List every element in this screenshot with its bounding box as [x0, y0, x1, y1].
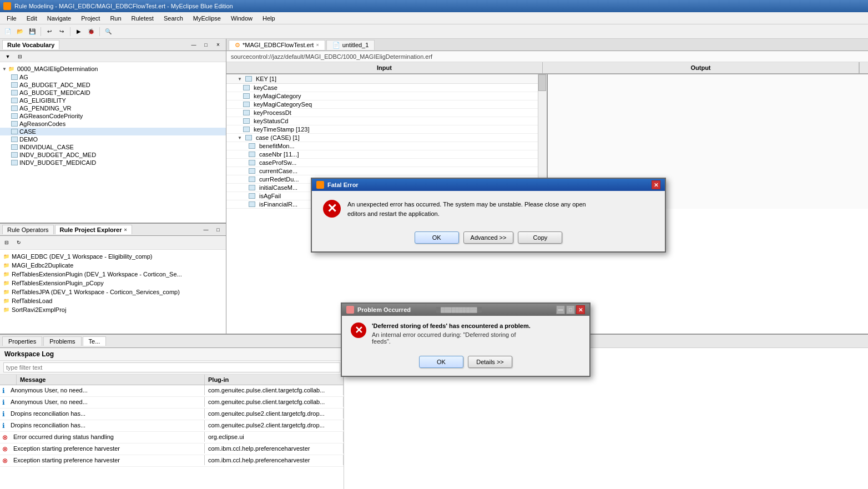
project-item-sort-ravi[interactable]: 📁 SortRavi2ExmplProj: [0, 305, 226, 314]
rule-currentcase[interactable]: currentCase...: [226, 167, 547, 175]
tree-item-ag-budget-med[interactable]: AG_BUDGET_MEDICAID: [0, 89, 226, 97]
toolbar-btn-run[interactable]: ▶: [73, 26, 84, 37]
tree-item-ag-elig[interactable]: AG_ELIGIBILITY: [0, 97, 226, 104]
folder-icon-magi: 📁: [2, 253, 10, 260]
log-row-2[interactable]: ℹ Dropins reconciliation has... com.genu…: [0, 409, 344, 420]
tree-item-individual-case[interactable]: INDIVIDUAL_CASE: [0, 143, 226, 151]
problem-details-button[interactable]: Details >>: [468, 356, 512, 368]
tab-properties[interactable]: Properties: [2, 336, 42, 346]
icon-currentcase: [249, 168, 255, 174]
menu-run[interactable]: Run: [105, 14, 125, 23]
log-row-1[interactable]: ℹ Anonymous User, no need... com.genuite…: [0, 397, 344, 409]
rule-keytimestamp[interactable]: keyTimeStamp [123]: [226, 125, 547, 134]
key-row: ▼ KEY [1]: [226, 74, 547, 84]
vocab-filter-btn[interactable]: ▼: [2, 51, 13, 62]
vocab-close[interactable]: ×: [213, 39, 224, 51]
toolbar-btn-search[interactable]: 🔍: [103, 26, 114, 37]
log-row-5[interactable]: ⊗ Exception starting preference harveste…: [0, 443, 344, 455]
fatal-error-dialog[interactable]: Fatal Error ✕ ✕ An unexpected error has …: [311, 178, 666, 253]
log-row-0[interactable]: ℹ Anonymous User, no need... com.genuite…: [0, 385, 344, 397]
problem-occurred-buttons: OK Details >>: [342, 351, 589, 376]
project-item-magi-edbc[interactable]: 📁 MAGI_EDBC (DEV_1 Workspace - Eligibili…: [0, 252, 226, 261]
tree-item-agreason-codes[interactable]: AgReasonCodes: [0, 120, 226, 128]
toolbar-btn-save[interactable]: 💾: [27, 26, 38, 37]
project-item-ref-jpa[interactable]: 📁 RefTablesJPA (DEV_1 Workspace - Cortic…: [0, 288, 226, 296]
menu-project[interactable]: Project: [77, 14, 104, 23]
menu-ruletest[interactable]: Ruletest: [127, 14, 158, 23]
project-item-ref-load[interactable]: 📁 RefTablesLoad: [0, 296, 226, 305]
item-icon-ag: [11, 74, 18, 80]
problem-close-button[interactable]: ✕: [576, 305, 585, 314]
menu-edit[interactable]: Edit: [22, 14, 42, 23]
rule-keymagicategoryseq[interactable]: keyMagiCategorySeq: [226, 100, 547, 109]
vocab-collapse-btn[interactable]: ⊟: [14, 51, 26, 62]
problem-minimize-button[interactable]: —: [556, 305, 565, 314]
left-panel: Rule Vocabulary — □ × ▼ ⊟ ▼ 📁 0000_MAGIE…: [0, 39, 226, 334]
tab-rule-project-explorer[interactable]: Rule Project Explorer ×: [55, 225, 132, 234]
rule-benefitmon[interactable]: benefitMon...: [226, 142, 547, 150]
toolbar-btn-new[interactable]: 📄: [2, 26, 13, 37]
filter-input[interactable]: [3, 362, 340, 372]
tree-item-demo[interactable]: DEMO: [0, 135, 226, 143]
project-toolbar-btn2[interactable]: ↻: [13, 237, 24, 248]
tree-item-ag-budget-adc[interactable]: AG_BUDGET_ADC_MED: [0, 81, 226, 89]
problem-ok-button[interactable]: OK: [419, 356, 463, 368]
fatal-error-close-button[interactable]: ✕: [652, 180, 660, 189]
tree-item-agreason-priority[interactable]: AGReasonCodePriority: [0, 112, 226, 120]
fatal-advanced-button[interactable]: Advanced >>: [463, 231, 514, 244]
rule-keystatuscd[interactable]: keyStatusCd: [226, 117, 547, 125]
menu-navigate[interactable]: Navigate: [43, 14, 75, 23]
menu-file[interactable]: File: [2, 14, 21, 23]
tree-item-indv-budget-adc[interactable]: INDV_BUDGET_ADC_MED: [0, 151, 226, 159]
problem-text: 'Deferred storing of feeds' has encounte…: [372, 322, 531, 345]
tab-close-1[interactable]: ×: [316, 42, 319, 48]
tree-item-case[interactable]: CASE: [0, 128, 226, 135]
project-item-magi-dup[interactable]: 📁 MAGI_Edbc2Duplicate: [0, 261, 226, 270]
menu-search[interactable]: Search: [159, 14, 188, 23]
problem-maximize-button[interactable]: □: [566, 305, 575, 314]
problem-occurred-dialog[interactable]: Problem Occurred ▓▓▓▓▓▓▓▓▓▓ — □ ✕ ✕ 'Def…: [341, 303, 591, 377]
tab-workspace-log-btn[interactable]: Te...: [83, 336, 107, 346]
rule-keymagicategory[interactable]: keyMagiCategory: [226, 92, 547, 100]
icon-keymagicategory: [243, 93, 250, 99]
tab-untitled[interactable]: 📄 untitled_1: [326, 40, 375, 50]
toolbar-btn-undo[interactable]: ↩: [44, 26, 55, 37]
tab-magi-edbc-flow[interactable]: ⚙ *MAGI_EDBCFlowTest.ert ×: [229, 40, 325, 50]
vocab-maximize[interactable]: □: [200, 39, 211, 51]
tree-item-indv-budget-med[interactable]: INDV_BUDGET_MEDICAID: [0, 159, 226, 167]
toolbar-btn-open[interactable]: 📂: [14, 26, 26, 37]
tree-item-ag-pending[interactable]: AG_PENDING_VR: [0, 104, 226, 112]
log-row-6[interactable]: ⊗ Exception starting preference harveste…: [0, 455, 344, 467]
rule-caseprofsw[interactable]: caseProfSw...: [226, 159, 547, 167]
vocab-minimize[interactable]: —: [188, 39, 199, 51]
rule-case[interactable]: ▼ case (CASE) [1]: [226, 134, 547, 142]
rule-keyprocessdt[interactable]: keyProcessDt: [226, 109, 547, 117]
toolbar-btn-debug[interactable]: 🐞: [85, 26, 97, 37]
fatal-copy-button[interactable]: Copy: [518, 231, 562, 244]
menu-myeclipse[interactable]: MyEclipse: [189, 14, 225, 23]
icon-isfinancialr: [249, 201, 255, 207]
menu-window[interactable]: Window: [226, 14, 257, 23]
log-col-plugin: Plug-in: [205, 375, 344, 385]
tab-problems[interactable]: Problems: [43, 336, 81, 346]
tree-item-root[interactable]: ▼ 📁 0000_MAGIEligDetermination: [0, 64, 226, 73]
project-item-ref-pcopy[interactable]: 📁 RefTablesExtensionPlugin_pCopy: [0, 279, 226, 288]
project-item-ref-ext[interactable]: 📁 RefTablesExtensionPlugin (DEV_1 Worksp…: [0, 270, 226, 279]
project-maximize[interactable]: □: [213, 224, 224, 235]
toolbar-btn-redo[interactable]: ↪: [56, 26, 67, 37]
rule-casenbr[interactable]: caseNbr [11...]: [226, 150, 547, 159]
rule-keycase[interactable]: keyCase: [226, 84, 547, 92]
tree-item-ag[interactable]: AG: [0, 73, 226, 81]
project-toolbar-btn1[interactable]: ⊟: [1, 237, 12, 248]
project-minimize[interactable]: —: [200, 224, 211, 235]
tab-rule-operators[interactable]: Rule Operators: [2, 225, 54, 234]
log-plugin-2: com.genuitec.pulse2.client.targetcfg.dro…: [205, 409, 344, 419]
log-row-4[interactable]: ⊗ Error occurred during status handling …: [0, 432, 344, 443]
scrollbar-thumb[interactable]: [538, 74, 546, 91]
log-row-3[interactable]: ℹ Dropins reconciliation has... com.genu…: [0, 420, 344, 432]
fatal-ok-button[interactable]: OK: [415, 231, 459, 244]
item-icon-indv-budget-adc: [11, 152, 18, 158]
tab-rule-vocabulary[interactable]: Rule Vocabulary: [2, 40, 59, 49]
menu-help[interactable]: Help: [258, 14, 280, 23]
log-plugin-3: com.genuitec.pulse2.client.targetcfg.dro…: [205, 420, 344, 430]
